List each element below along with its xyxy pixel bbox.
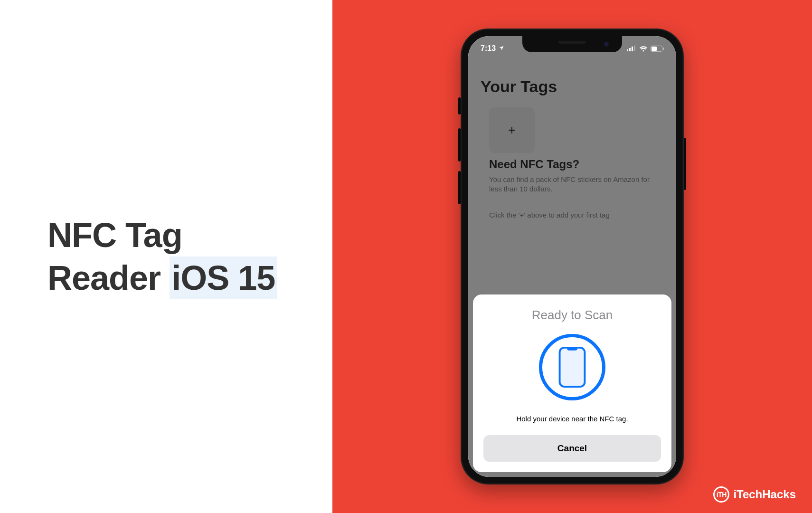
cancel-button-label: Cancel bbox=[557, 443, 587, 454]
title-panel: NFC Tag Reader iOS 15 bbox=[0, 0, 332, 513]
svg-rect-0 bbox=[627, 49, 628, 51]
cancel-button[interactable]: Cancel bbox=[483, 435, 661, 462]
volume-up-button bbox=[458, 128, 461, 162]
earpiece bbox=[558, 41, 586, 44]
phone-notch bbox=[522, 36, 622, 52]
power-button bbox=[684, 138, 686, 190]
svg-rect-3 bbox=[634, 46, 635, 51]
svg-rect-7 bbox=[560, 348, 585, 387]
headline: NFC Tag Reader iOS 15 bbox=[47, 214, 277, 299]
volume-down-button bbox=[458, 171, 461, 204]
nfc-scan-sheet: Ready to Scan Hold your device near the … bbox=[473, 294, 671, 472]
silence-switch bbox=[458, 97, 461, 114]
front-camera bbox=[604, 42, 609, 47]
svg-rect-2 bbox=[632, 47, 633, 51]
svg-rect-6 bbox=[663, 48, 664, 50]
phone-screen: Your Tags + Need NFC Tags? You can find … bbox=[468, 36, 676, 477]
sheet-title: Ready to Scan bbox=[532, 308, 613, 323]
battery-icon bbox=[651, 46, 664, 52]
svg-rect-5 bbox=[651, 47, 657, 51]
watermark-text: iTechHacks bbox=[733, 488, 796, 501]
watermark: iTH iTechHacks bbox=[713, 486, 796, 503]
location-icon bbox=[499, 44, 504, 53]
headline-line2-prefix: Reader bbox=[47, 259, 170, 297]
svg-rect-1 bbox=[629, 48, 631, 51]
mockup-panel: Your Tags + Need NFC Tags? You can find … bbox=[332, 0, 812, 513]
watermark-badge: iTH bbox=[713, 486, 729, 503]
status-time: 7:13 bbox=[481, 44, 496, 53]
nfc-scan-icon bbox=[539, 334, 605, 400]
svg-rect-8 bbox=[567, 347, 577, 351]
wifi-icon bbox=[639, 46, 648, 52]
headline-highlight: iOS 15 bbox=[170, 256, 277, 299]
sheet-message: Hold your device near the NFC tag. bbox=[516, 415, 628, 423]
phone-frame: Your Tags + Need NFC Tags? You can find … bbox=[461, 28, 684, 484]
cellular-signal-icon bbox=[627, 46, 636, 51]
headline-line1: NFC Tag bbox=[47, 216, 182, 254]
